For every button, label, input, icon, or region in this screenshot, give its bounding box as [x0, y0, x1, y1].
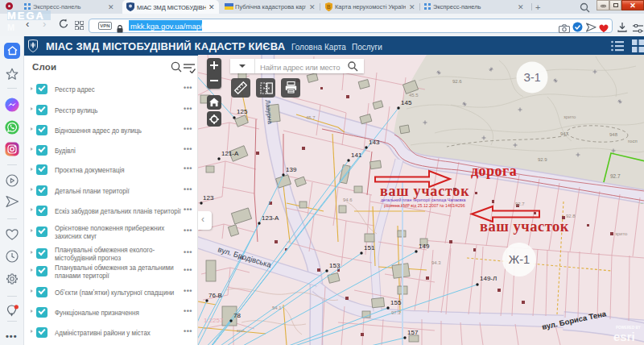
svg-text:кол.: кол.	[237, 328, 246, 333]
svg-text:Ж-1: Ж-1	[509, 253, 530, 266]
svg-text:143: 143	[369, 139, 380, 146]
svg-text:45.7: 45.7	[306, 115, 316, 120]
svg-text:157: 157	[407, 329, 419, 336]
svg-text:92.6: 92.6	[452, 79, 462, 84]
svg-text:947: 947	[560, 131, 569, 136]
svg-text:рішення КМР від 25.12.2007 № 1: рішення КМР від 25.12.2007 № 1463/4296	[384, 203, 465, 208]
svg-text:54.1: 54.1	[272, 306, 282, 310]
svg-text:92.9: 92.9	[538, 157, 547, 162]
svg-text:B: B	[327, 4, 331, 10]
svg-text:зрито: зрито	[564, 114, 576, 119]
svg-text:94.6: 94.6	[343, 197, 353, 202]
svg-text:121-А: 121-А	[221, 150, 239, 157]
svg-text:дорога: дорога	[471, 163, 517, 179]
svg-text:97.3: 97.3	[391, 310, 401, 315]
svg-text:92.7: 92.7	[515, 202, 525, 206]
svg-text:145: 145	[401, 99, 412, 106]
svg-text:94.3: 94.3	[431, 260, 441, 265]
svg-text:153: 153	[329, 262, 341, 269]
svg-text:45.5: 45.5	[409, 93, 419, 98]
svg-text:149: 149	[419, 243, 430, 250]
svg-text:76-В: 76-В	[208, 292, 222, 299]
svg-text:151: 151	[364, 244, 375, 251]
svg-text:123-А: 123-А	[262, 214, 279, 222]
svg-text:948: 948	[609, 132, 618, 137]
svg-text:155: 155	[390, 299, 402, 306]
svg-text:125: 125	[237, 108, 248, 115]
svg-text:esri: esri	[613, 330, 635, 343]
svg-text:92.7: 92.7	[610, 173, 621, 179]
svg-text:госп: госп	[628, 139, 638, 143]
svg-text:78: 78	[233, 312, 241, 319]
svg-text:1:2257: 1:2257	[204, 317, 224, 324]
svg-text:зрито: зрито	[615, 231, 628, 236]
svg-text:детальний план території селищ: детальний план території селища Чапаєвка	[381, 197, 466, 202]
svg-text:123: 123	[203, 194, 214, 202]
svg-text:149-Л: 149-Л	[480, 275, 497, 282]
svg-text:141: 141	[351, 152, 362, 159]
svg-text:139: 139	[286, 166, 297, 173]
svg-text:З-1: З-1	[524, 71, 541, 84]
